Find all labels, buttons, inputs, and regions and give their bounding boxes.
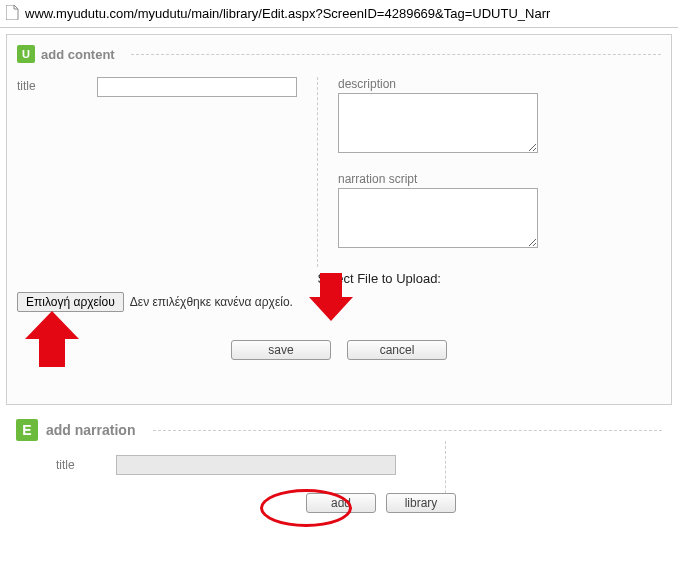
annotation-arrow-down-icon (309, 273, 353, 324)
section-logo-icon: E (16, 419, 38, 441)
add-content-panel: U add content title description narratio… (6, 34, 672, 405)
add-button[interactable]: add (306, 493, 376, 513)
url-text[interactable]: www.myudutu.com/myudutu/main/library/Edi… (25, 6, 550, 21)
logo-icon: U (17, 45, 35, 63)
add-narration-section: E add narration title add library (6, 415, 672, 543)
choose-file-button[interactable]: Επιλογή αρχείου (17, 292, 124, 312)
narration-title-input[interactable] (116, 455, 396, 475)
document-icon (6, 5, 19, 23)
description-textarea[interactable] (338, 93, 538, 153)
narration-title-label: title (56, 458, 96, 472)
save-button[interactable]: save (231, 340, 331, 360)
annotation-arrow-up-icon (25, 311, 79, 374)
panel-header: U add content (7, 35, 671, 69)
divider (131, 54, 661, 55)
description-label: description (338, 77, 661, 91)
cancel-button[interactable]: cancel (347, 340, 447, 360)
narration-textarea[interactable] (338, 188, 538, 248)
file-status-text: Δεν επιλέχθηκε κανένα αρχείο. (130, 295, 293, 309)
panel-title: add content (41, 47, 115, 62)
title-label: title (17, 77, 87, 97)
divider (153, 430, 662, 431)
library-button[interactable]: library (386, 493, 456, 513)
browser-url-bar: www.myudutu.com/myudutu/main/library/Edi… (0, 0, 678, 28)
narration-script-label: narration script (338, 172, 661, 186)
title-input[interactable] (97, 77, 297, 97)
section-title: add narration (46, 422, 135, 438)
